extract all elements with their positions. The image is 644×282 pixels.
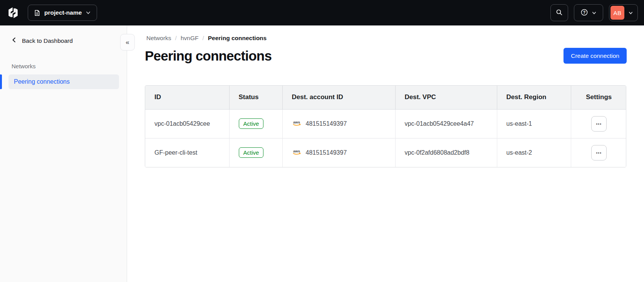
cell-id: vpc-01acb05429cee xyxy=(145,109,229,138)
cell-dest-region: us-east-1 xyxy=(497,109,571,138)
breadcrumb-networks[interactable]: Networks xyxy=(146,35,171,42)
sidebar-section-networks: Networks xyxy=(12,63,115,69)
cell-status: Active xyxy=(229,109,282,138)
column-header-status: Status xyxy=(229,86,282,109)
project-switcher-label: project-name xyxy=(44,9,82,16)
aws-logo-icon: aws xyxy=(292,120,302,128)
search-button[interactable] xyxy=(550,4,568,21)
row-actions-button[interactable]: ••• xyxy=(591,145,607,160)
peering-connections-table: ID Status Dest. account ID Dest. VPC Des… xyxy=(145,85,626,167)
page-header: Peering connections Create connection xyxy=(145,48,627,64)
table-header-row: ID Status Dest. account ID Dest. VPC Des… xyxy=(145,86,626,109)
cell-dest-region: us-east-2 xyxy=(497,138,571,167)
breadcrumb: Networks / hvnGF / Peering connections xyxy=(146,35,627,42)
create-connection-button[interactable]: Create connection xyxy=(564,48,627,64)
search-icon xyxy=(556,9,563,17)
ellipsis-icon: ••• xyxy=(596,122,602,126)
app-shell: Back to Dashboard Networks Peering conne… xyxy=(0,25,644,282)
svg-text:aws: aws xyxy=(293,149,300,153)
sidebar-collapse-button[interactable]: « xyxy=(120,34,135,51)
ellipsis-icon: ••• xyxy=(596,150,602,155)
column-header-dest-region: Dest. Region xyxy=(497,86,571,109)
sidebar-item-peering-connections[interactable]: Peering connections xyxy=(8,74,119,89)
avatar: AB xyxy=(610,6,624,20)
cell-id: GF-peer-cli-test xyxy=(145,138,229,167)
active-indicator-bar xyxy=(0,74,2,89)
account-id-value: 481515149397 xyxy=(306,149,347,156)
chevron-down-icon xyxy=(625,10,636,15)
topbar-actions: ? AB xyxy=(550,4,638,21)
chevron-left-icon xyxy=(12,37,17,44)
table-row: vpc-01acb05429cee Active aws xyxy=(145,109,626,138)
breadcrumb-hvn[interactable]: hvnGF xyxy=(181,35,199,42)
account-menu-button[interactable]: AB xyxy=(609,4,638,21)
cell-dest-account-id: aws 481515149397 xyxy=(282,138,395,167)
sidebar: Back to Dashboard Networks Peering conne… xyxy=(0,25,127,282)
chevron-down-icon xyxy=(592,10,597,15)
cell-dest-account-id: aws 481515149397 xyxy=(282,109,395,138)
back-to-dashboard-link[interactable]: Back to Dashboard xyxy=(0,35,127,47)
account-id-value: 481515149397 xyxy=(306,120,347,127)
svg-text:aws: aws xyxy=(293,120,300,124)
hashicorp-logo-icon[interactable] xyxy=(7,6,19,19)
project-switcher[interactable]: project-name xyxy=(28,5,97,21)
page-title: Peering connections xyxy=(145,48,272,64)
cell-dest-vpc: vpc-0f2afd6808ad2bdf8 xyxy=(395,138,497,167)
document-icon xyxy=(34,10,40,16)
aws-logo-icon: aws xyxy=(292,149,302,157)
topbar: project-name ? xyxy=(0,0,644,25)
status-badge: Active xyxy=(239,147,264,158)
cell-settings: ••• xyxy=(571,109,626,138)
sidebar-item-label: Peering connections xyxy=(14,78,70,85)
breadcrumb-separator: / xyxy=(175,35,177,42)
main-content: Networks / hvnGF / Peering connections P… xyxy=(127,25,644,282)
column-header-settings: Settings xyxy=(571,86,626,109)
help-menu-button[interactable]: ? xyxy=(574,4,603,21)
help-icon: ? xyxy=(580,8,588,17)
cell-settings: ••• xyxy=(571,138,626,167)
breadcrumb-separator: / xyxy=(202,35,204,42)
cell-dest-vpc: vpc-01acb05429cee4a47 xyxy=(395,109,497,138)
breadcrumb-current: Peering connections xyxy=(208,35,267,42)
column-header-dest-account-id: Dest. account ID xyxy=(282,86,395,109)
chevron-down-icon xyxy=(86,10,91,15)
row-actions-button[interactable]: ••• xyxy=(591,116,607,132)
column-header-id: ID xyxy=(145,86,229,109)
status-badge: Active xyxy=(239,118,264,129)
back-to-dashboard-label: Back to Dashboard xyxy=(22,37,73,44)
table-row: GF-peer-cli-test Active aws xyxy=(145,138,626,167)
cell-status: Active xyxy=(229,138,282,167)
column-header-dest-vpc: Dest. VPC xyxy=(395,86,497,109)
svg-text:?: ? xyxy=(583,10,585,14)
collapse-chevrons-icon: « xyxy=(126,39,129,46)
